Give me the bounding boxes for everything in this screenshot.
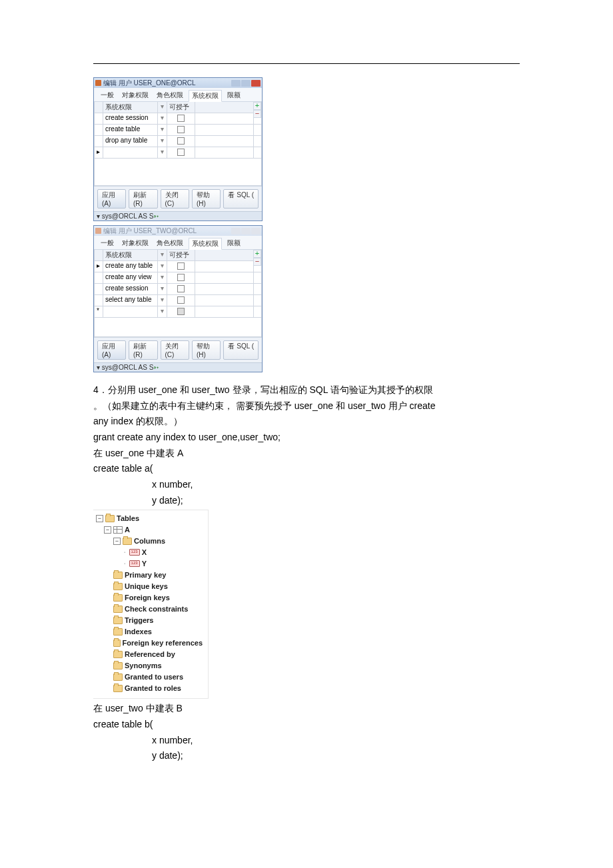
help-button[interactable]: 帮助(H): [192, 189, 221, 209]
priv-dropdown[interactable]: ▾: [158, 284, 167, 295]
priv-dropdown[interactable]: ▾: [158, 113, 167, 125]
view-sql-button[interactable]: 看 SQL (: [223, 189, 259, 209]
tree-node-granted-roles[interactable]: Granted to roles: [96, 683, 203, 694]
priv-dropdown[interactable]: ▾: [158, 306, 167, 318]
priv-dropdown[interactable]: ▾: [158, 272, 167, 284]
row-selector[interactable]: [94, 272, 103, 284]
current-row-selector[interactable]: ▸: [94, 147, 103, 159]
close-dialog-button[interactable]: 关闭(C): [161, 189, 189, 209]
collapse-icon[interactable]: −: [113, 538, 121, 545]
priv-dropdown[interactable]: ▾: [158, 136, 167, 147]
cell-spacer: [195, 284, 254, 295]
priv-dropdown[interactable]: ▾: [158, 261, 167, 272]
priv-cell[interactable]: create session: [103, 113, 158, 125]
cell-spacer: [195, 295, 254, 306]
priv-dropdown[interactable]: ▾: [158, 295, 167, 306]
tab-role-priv[interactable]: 角色权限: [154, 238, 186, 249]
row-selector[interactable]: [94, 284, 103, 295]
grantable-checkbox[interactable]: [167, 147, 195, 159]
folder-icon: [113, 617, 123, 624]
tab-general[interactable]: 一般: [98, 90, 117, 101]
tab-system-priv[interactable]: 系统权限: [189, 238, 222, 250]
col-header-grant: 可授予: [167, 102, 195, 113]
grantable-checkbox[interactable]: [167, 113, 195, 125]
tree-node-check-constraints[interactable]: Check constraints: [96, 604, 203, 615]
remove-row-button[interactable]: −: [253, 258, 261, 266]
collapse-icon[interactable]: −: [104, 526, 111, 534]
priv-cell[interactable]: create session: [103, 284, 158, 295]
close-button[interactable]: [251, 228, 261, 234]
tree-node-table-a[interactable]: − A: [96, 524, 203, 536]
tab-quota[interactable]: 限额: [225, 238, 243, 249]
dialog1-titlebar[interactable]: 编辑 用户 USER_ONE@ORCL: [94, 78, 262, 88]
tree-node-column[interactable]: · 123 Y: [96, 558, 203, 570]
grantable-checkbox[interactable]: [167, 272, 195, 284]
tree-node-column[interactable]: · 123 X: [96, 547, 203, 558]
folder-icon: [113, 606, 123, 613]
priv-cell[interactable]: [103, 147, 158, 159]
row-selector[interactable]: [94, 295, 103, 306]
grantable-checkbox[interactable]: [167, 306, 195, 318]
priv-cell[interactable]: drop any table: [103, 136, 158, 147]
grantable-checkbox[interactable]: [167, 284, 195, 295]
tree-node-synonyms[interactable]: Synonyms: [96, 660, 203, 671]
tree-node-tables[interactable]: − Tables: [96, 513, 203, 524]
row-selector[interactable]: [94, 113, 103, 125]
help-button[interactable]: 帮助(H): [192, 340, 221, 360]
apply-button[interactable]: 应用(A): [97, 189, 126, 209]
priv-cell[interactable]: create any table: [103, 261, 158, 272]
priv-cell[interactable]: select any table: [103, 295, 158, 306]
para-line: 在 user_one 中建表 A: [93, 446, 520, 461]
row-selector[interactable]: [94, 125, 103, 136]
minimize-button[interactable]: [231, 80, 241, 87]
para-line: x number,: [93, 733, 520, 748]
grantable-checkbox[interactable]: [167, 261, 195, 272]
para-line: y date);: [93, 749, 520, 763]
grid-empty-area: [94, 159, 262, 186]
tree-node-granted-users[interactable]: Granted to users: [96, 671, 203, 683]
close-button[interactable]: [251, 80, 261, 87]
close-dialog-button[interactable]: 关闭(C): [161, 340, 189, 360]
tab-object-priv[interactable]: 对象权限: [119, 238, 151, 249]
collapse-icon[interactable]: −: [96, 515, 103, 522]
grantable-checkbox[interactable]: [167, 136, 195, 147]
tree-node-columns[interactable]: − Columns: [96, 536, 203, 547]
tab-role-priv[interactable]: 角色权限: [154, 90, 186, 101]
minimize-button[interactable]: [231, 228, 241, 234]
dialog2-titlebar[interactable]: 编辑 用户 USER_TWO@ORCL: [94, 226, 262, 236]
tree-node-unique-keys[interactable]: Unique keys: [96, 581, 203, 592]
refresh-button[interactable]: 刷新(R): [129, 340, 157, 360]
priv-dropdown[interactable]: ▾: [158, 147, 167, 159]
dialog1-tabs: 一般 对象权限 角色权限 系统权限 限额: [94, 88, 262, 102]
priv-cell[interactable]: create table: [103, 125, 158, 136]
tab-general[interactable]: 一般: [98, 238, 117, 249]
tab-object-priv[interactable]: 对象权限: [119, 90, 151, 101]
folder-icon: [113, 594, 123, 602]
remove-row-button[interactable]: −: [253, 110, 261, 118]
apply-button[interactable]: 应用(A): [97, 340, 126, 360]
tree-node-indexes[interactable]: Indexes: [96, 626, 203, 638]
refresh-button[interactable]: 刷新(R): [129, 189, 157, 209]
document-text-block-2: 在 user_two 中建表 B create table b( x numbe…: [93, 701, 520, 763]
current-row-selector[interactable]: ▸: [94, 261, 103, 272]
priv-cell[interactable]: [103, 306, 158, 318]
tree-node-foreign-keys[interactable]: Foreign keys: [96, 592, 203, 604]
app-icon: [95, 80, 101, 86]
view-sql-button[interactable]: 看 SQL (: [223, 340, 259, 360]
new-row-selector[interactable]: *: [94, 306, 103, 318]
tree-node-fk-references[interactable]: Foreign key references: [96, 638, 203, 649]
grantable-checkbox[interactable]: [167, 125, 195, 136]
row-selector[interactable]: [94, 136, 103, 147]
priv-cell[interactable]: create any view: [103, 272, 158, 284]
tree-label: Check constraints: [125, 604, 188, 615]
maximize-button[interactable]: [241, 228, 251, 234]
tree-label: Tables: [117, 513, 139, 524]
maximize-button[interactable]: [241, 80, 251, 87]
priv-dropdown[interactable]: ▾: [158, 125, 167, 136]
tab-quota[interactable]: 限额: [225, 90, 243, 101]
tree-node-primary-key[interactable]: Primary key: [96, 570, 203, 581]
tab-system-priv[interactable]: 系统权限: [189, 90, 222, 102]
grantable-checkbox[interactable]: [167, 295, 195, 306]
tree-node-referenced-by[interactable]: Referenced by: [96, 649, 203, 660]
tree-node-triggers[interactable]: Triggers: [96, 615, 203, 626]
